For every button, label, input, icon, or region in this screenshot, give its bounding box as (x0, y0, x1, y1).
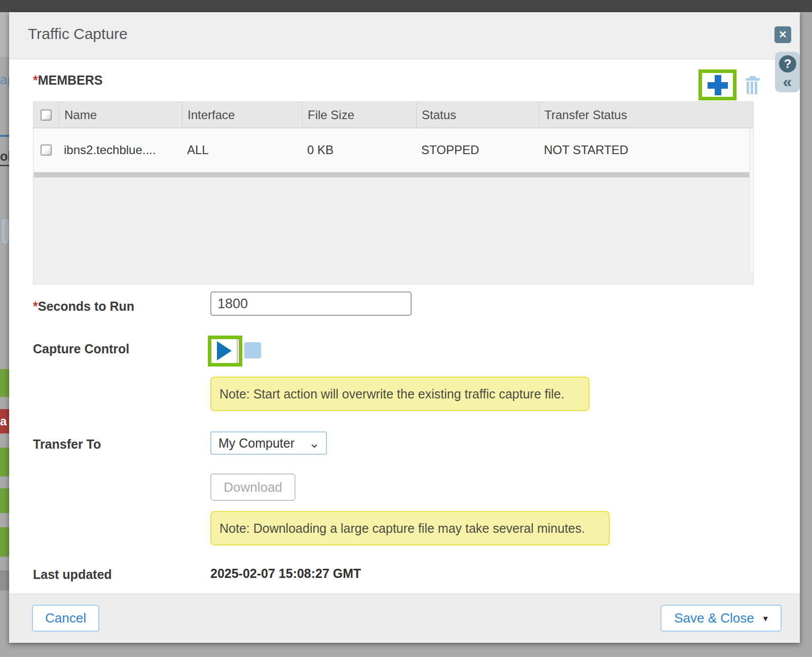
capture-control-label: Capture Control (33, 342, 129, 356)
start-overwrite-note: Note: Start action will overwrite the ex… (210, 377, 589, 411)
dropdown-caret-icon: ▾ (763, 613, 768, 624)
dialog-title: Traffic Capture (28, 25, 128, 43)
background-segment (0, 570, 9, 591)
select-all-cell (33, 102, 59, 128)
row-transfer-status: NOT STARTED (539, 128, 753, 171)
required-marker: * (33, 299, 38, 313)
play-icon (217, 341, 232, 360)
collapse-icon: « (783, 72, 792, 91)
row-file-size: 0 KB (302, 128, 416, 171)
status-bar-green (0, 448, 9, 477)
background-nav-fragment: ap (0, 72, 9, 88)
row-status: STOPPED (416, 128, 539, 171)
required-marker: * (33, 73, 38, 87)
status-bar-green (0, 369, 9, 397)
column-header-name[interactable]: Name (59, 102, 182, 128)
last-updated-label: Last updated (33, 567, 112, 582)
highlight-box-add (698, 69, 736, 100)
top-bar (0, 0, 812, 12)
background-bottom-strip (0, 643, 812, 657)
close-button[interactable]: ✕ (774, 26, 791, 43)
delete-member-button[interactable] (745, 76, 760, 94)
status-bar-red: a (0, 409, 9, 433)
stop-capture-button[interactable] (244, 342, 261, 358)
plus-icon (715, 75, 721, 95)
status-bar-green (0, 488, 9, 513)
row-checkbox-cell (33, 128, 59, 171)
seconds-to-run-input[interactable] (210, 291, 412, 316)
close-icon: ✕ (779, 29, 787, 40)
help-icon: ? (784, 57, 792, 70)
dialog-footer: Cancel Save & Close ▾ (9, 594, 800, 643)
select-all-checkbox[interactable] (41, 110, 52, 121)
help-panel-tab: ? « (775, 52, 800, 92)
table-header-row: Name Interface File Size Status Transfer… (33, 102, 753, 128)
save-and-close-button[interactable]: Save & Close ▾ (660, 605, 782, 632)
download-button[interactable]: Download (210, 473, 296, 501)
background-segment (0, 12, 9, 57)
status-bar-green (0, 527, 9, 557)
column-header-transfer-status[interactable]: Transfer Status (539, 102, 753, 128)
add-member-button[interactable] (702, 73, 733, 97)
row-interface: ALL (182, 128, 302, 171)
column-header-interface[interactable]: Interface (182, 102, 302, 128)
highlight-box-play (208, 336, 242, 367)
help-button[interactable]: ? (779, 55, 796, 72)
background-left-strip: ap ol a (0, 12, 9, 657)
last-updated-value: 2025-02-07 15:08:27 GMT (210, 566, 361, 581)
chevron-down-icon: ⌄ (309, 438, 326, 448)
traffic-capture-dialog: Traffic Capture ✕ *MEMBERS ? « Name Inte… (9, 12, 800, 643)
seconds-to-run-label: *Seconds to Run (33, 299, 134, 314)
trash-icon (746, 78, 760, 81)
transfer-to-select[interactable]: My Computer ⌄ (210, 431, 327, 455)
background-tab-fragment: ol (0, 149, 9, 166)
table-horizontal-scrollbar[interactable] (34, 172, 753, 177)
start-capture-button[interactable] (211, 339, 238, 363)
table-row[interactable]: ibns2.techblue.... ALL 0 KB STOPPED NOT … (33, 128, 753, 171)
table-vertical-scrollbar[interactable] (749, 128, 753, 273)
row-name: ibns2.techblue.... (59, 128, 182, 171)
row-checkbox[interactable] (41, 144, 52, 156)
download-time-note: Note: Downloading a large capture file m… (210, 511, 610, 545)
background-right-strip (800, 12, 812, 657)
background-divider (0, 135, 9, 137)
members-table: Name Interface File Size Status Transfer… (33, 101, 754, 284)
dialog-header: Traffic Capture ✕ (9, 12, 800, 59)
column-header-status[interactable]: Status (416, 102, 539, 128)
transfer-to-selected-value: My Computer (211, 436, 309, 451)
column-header-file-size[interactable]: File Size (302, 102, 416, 128)
trash-icon (747, 82, 759, 94)
background-button-fragment (2, 219, 9, 243)
cancel-button[interactable]: Cancel (32, 605, 99, 632)
collapse-panel-button[interactable]: « (775, 72, 800, 92)
transfer-to-label: Transfer To (33, 437, 101, 452)
members-label: *MEMBERS (33, 73, 103, 88)
